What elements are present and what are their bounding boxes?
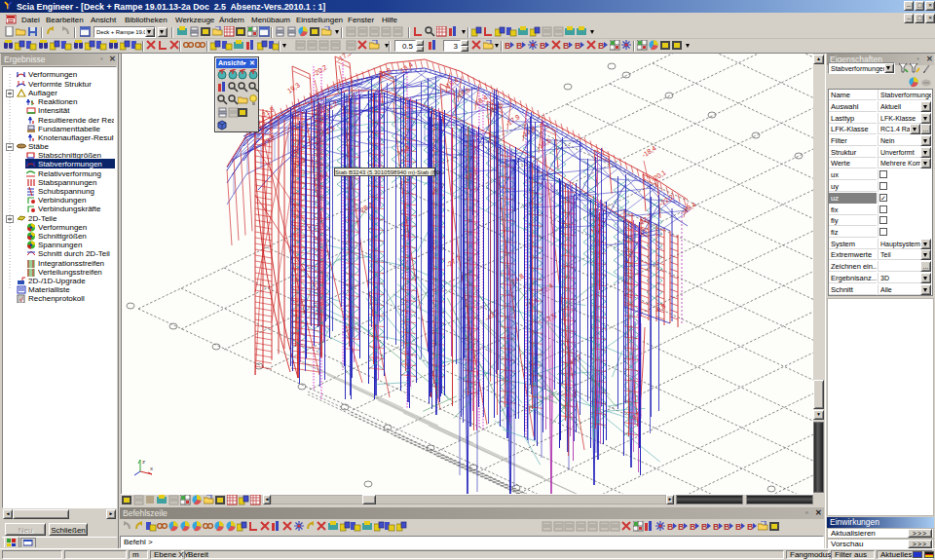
svg-text:B: B	[678, 522, 685, 532]
svg-text:B: B	[598, 41, 605, 51]
svg-text:B: B	[747, 522, 754, 532]
svg-text:B: B	[505, 41, 511, 51]
svg-text:B: B	[575, 41, 581, 51]
svg-text:B: B	[540, 41, 546, 51]
svg-text:B: B	[735, 522, 742, 532]
svg-text:-8,8: -8,8	[654, 302, 667, 314]
svg-text:-18,4: -18,4	[641, 144, 657, 159]
svg-text:B: B	[516, 41, 523, 51]
svg-text:B: B	[690, 522, 696, 532]
svg-text:B: B	[713, 522, 720, 532]
svg-text:-20,2: -20,2	[312, 63, 328, 78]
svg-text:B: B	[701, 522, 708, 532]
svg-text:B: B	[667, 522, 674, 532]
svg-text:-25,0: -25,0	[313, 169, 329, 184]
svg-text:B: B	[724, 522, 730, 532]
svg-text:-22,2: -22,2	[658, 193, 675, 207]
svg-text:-16,5: -16,5	[536, 136, 552, 151]
svg-text:-18,4: -18,4	[681, 201, 697, 215]
svg-text:-17,3: -17,3	[336, 54, 353, 63]
svg-text:-21,8: -21,8	[259, 105, 276, 120]
svg-text:B: B	[563, 41, 570, 51]
svg-text:-17,9: -17,9	[505, 113, 521, 128]
